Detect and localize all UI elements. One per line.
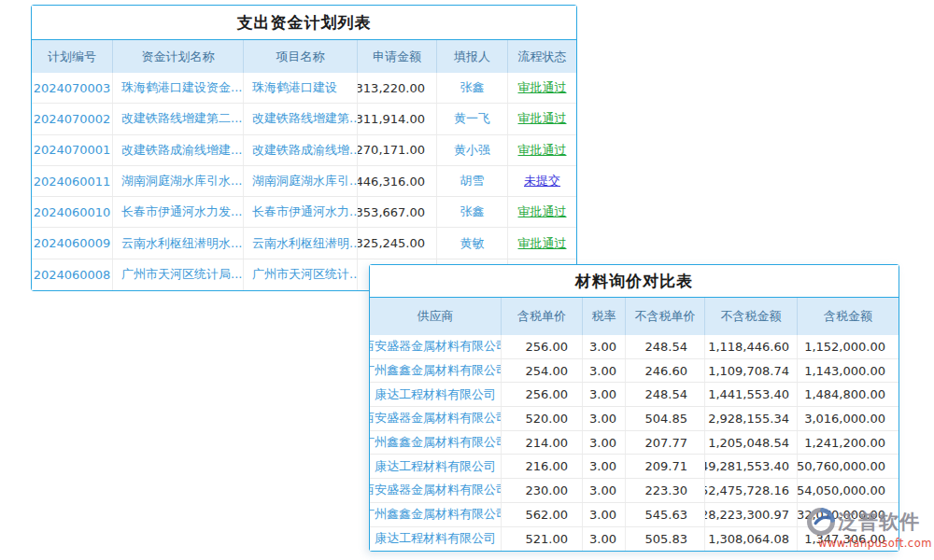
unit-price-with-tax-cell: 520.00 [502, 407, 583, 430]
tax-rate-cell: 3.00 [583, 335, 626, 358]
amount-cell: 311,914.00 [358, 104, 437, 133]
table-row: 2024060009云南水利枢纽潜明水...云南水利枢纽潜明...325,245… [32, 228, 576, 259]
unit-price-with-tax-cell: 562.00 [502, 503, 583, 526]
plan-id-link[interactable]: 2024060008 [32, 259, 113, 290]
tax-rate-cell: 3.00 [583, 383, 626, 406]
reporter-link[interactable]: 黄小强 [437, 135, 508, 165]
tax-rate-cell: 3.00 [583, 407, 626, 430]
expenditure-plan-table: 支出资金计划列表 计划编号资金计划名称项目名称申请金额填报人流程状态 20240… [31, 5, 577, 291]
reporter-link[interactable]: 黄敏 [437, 228, 508, 258]
quote-column-header-2: 税率 [583, 298, 626, 335]
supplier-link[interactable]: 广州鑫鑫金属材料有限公司 [370, 359, 502, 383]
amount-without-tax-cell: 49,281,553.40 [705, 455, 798, 478]
unit-price-without-tax-cell: 248.54 [626, 335, 705, 358]
plan-name-link[interactable]: 湖南洞庭湖水库引水... [113, 166, 244, 196]
table-row: 广州鑫鑫金属材料有限公司214.003.00207.771,205,048.54… [370, 431, 899, 455]
reporter-link[interactable]: 张鑫 [437, 197, 508, 227]
amount-without-tax-cell: 1,205,048.54 [705, 431, 798, 455]
amount-with-tax-cell: 54,050,000.00 [798, 479, 899, 502]
amount-cell: 270,171.00 [358, 135, 437, 165]
supplier-link[interactable]: 康达工程材料有限公司 [370, 455, 502, 478]
plan-column-header-4: 填报人 [437, 40, 508, 73]
amount-without-tax-cell: 1,308,064.08 [705, 527, 798, 552]
status-link[interactable]: 审批通过 [508, 73, 576, 103]
reporter-link[interactable]: 黄一飞 [437, 104, 508, 133]
amount-without-tax-cell: 128,223,300.97 [705, 503, 798, 526]
project-name-link[interactable]: 云南水利枢纽潜明... [244, 228, 358, 258]
table-row: 2024070003珠海鹤港口建设资金...珠海鹤港口建设313,220.00张… [32, 73, 576, 104]
status-link[interactable]: 审批通过 [508, 135, 576, 165]
plan-column-header-3: 申请金额 [358, 40, 437, 73]
plan-name-link[interactable]: 改建铁路成渝线增建... [113, 135, 244, 165]
reporter-link[interactable]: 胡雪 [437, 166, 508, 196]
project-name-link[interactable]: 广州市天河区统计... [244, 259, 358, 290]
supplier-link[interactable]: 西安盛器金属材料有限公司 [370, 335, 502, 358]
table-row: 西安盛器金属材料有限公司230.003.00223.3052,475,728.1… [370, 479, 899, 503]
unit-price-without-tax-cell: 246.60 [626, 359, 705, 383]
plan-name-link[interactable]: 广州市天河区统计局... [113, 259, 244, 290]
supplier-link[interactable]: 广州鑫鑫金属材料有限公司 [370, 431, 502, 455]
unit-price-with-tax-cell: 214.00 [502, 431, 583, 455]
plan-id-link[interactable]: 2024060009 [32, 228, 113, 258]
table-row: 康达工程材料有限公司256.003.00248.541,441,553.401,… [370, 383, 899, 407]
project-name-link[interactable]: 湖南洞庭湖水库引... [244, 166, 358, 196]
reporter-link[interactable]: 张鑫 [437, 73, 508, 103]
plan-name-link[interactable]: 珠海鹤港口建设资金... [113, 73, 244, 103]
plan-id-link[interactable]: 2024060011 [32, 166, 113, 196]
supplier-link[interactable]: 广州鑫鑫金属材料有限公司 [370, 503, 502, 526]
status-link[interactable]: 未提交 [508, 166, 576, 196]
table-row: 广州鑫鑫金属材料有限公司562.003.00545.63128,223,300.… [370, 503, 899, 527]
amount-with-tax-cell: 1,143,000.00 [798, 359, 899, 383]
material-quote-table-title: 材料询价对比表 [370, 265, 899, 298]
plan-column-header-1: 资金计划名称 [113, 40, 244, 73]
plan-column-header-2: 项目名称 [244, 40, 358, 73]
status-link[interactable]: 审批通过 [508, 197, 576, 227]
quote-column-header-4: 不含税金额 [705, 298, 798, 335]
unit-price-without-tax-cell: 504.85 [626, 407, 705, 430]
table-row: 康达工程材料有限公司521.003.00505.831,308,064.081,… [370, 527, 899, 552]
amount-without-tax-cell: 52,475,728.16 [705, 479, 798, 502]
amount-with-tax-cell: 1,484,800.00 [798, 383, 899, 406]
expenditure-plan-table-header: 计划编号资金计划名称项目名称申请金额填报人流程状态 [32, 40, 576, 73]
expenditure-plan-table-body: 2024070003珠海鹤港口建设资金...珠海鹤港口建设313,220.00张… [32, 73, 576, 290]
material-quote-comparison-table: 材料询价对比表 供应商含税单价税率不含税单价不含税金额含税金额 西安盛器金属材料… [369, 264, 899, 552]
amount-cell: 325,245.00 [358, 228, 437, 258]
status-link[interactable]: 审批通过 [508, 104, 576, 133]
table-row: 西安盛器金属材料有限公司256.003.00248.541,118,446.60… [370, 335, 899, 359]
amount-cell: 446,316.00 [358, 166, 437, 196]
expenditure-plan-table-title: 支出资金计划列表 [32, 6, 576, 40]
amount-without-tax-cell: 1,109,708.74 [705, 359, 798, 383]
plan-name-link[interactable]: 云南水利枢纽潜明水... [113, 228, 244, 258]
plan-name-link[interactable]: 长春市伊通河水力发... [113, 197, 244, 227]
plan-id-link[interactable]: 2024070001 [32, 135, 113, 165]
amount-with-tax-cell: 1,241,200.00 [798, 431, 899, 455]
table-row: 2024060011湖南洞庭湖水库引水...湖南洞庭湖水库引...446,316… [32, 166, 576, 197]
project-name-link[interactable]: 改建铁路成渝线增... [244, 135, 358, 165]
project-name-link[interactable]: 珠海鹤港口建设 [244, 73, 358, 103]
tax-rate-cell: 3.00 [583, 455, 626, 478]
supplier-link[interactable]: 康达工程材料有限公司 [370, 383, 502, 406]
amount-with-tax-cell: 1,347,306.00 [798, 527, 899, 552]
amount-cell: 313,220.00 [358, 73, 437, 103]
amount-cell: 353,667.00 [358, 197, 437, 227]
status-link[interactable]: 审批通过 [508, 228, 576, 258]
plan-id-link[interactable]: 2024070003 [32, 73, 113, 103]
plan-name-link[interactable]: 改建铁路线增建第二... [113, 104, 244, 133]
tax-rate-cell: 3.00 [583, 359, 626, 383]
project-name-link[interactable]: 长春市伊通河水力... [244, 197, 358, 227]
supplier-link[interactable]: 西安盛器金属材料有限公司 [370, 407, 502, 430]
unit-price-without-tax-cell: 505.83 [626, 527, 705, 552]
table-row: 2024070002改建铁路线增建第二...改建铁路线增建第...311,914… [32, 104, 576, 134]
unit-price-without-tax-cell: 223.30 [626, 479, 705, 502]
quote-column-header-1: 含税单价 [502, 298, 583, 335]
table-row: 广州鑫鑫金属材料有限公司254.003.00246.601,109,708.74… [370, 359, 899, 384]
amount-with-tax-cell: 1,152,000.00 [798, 335, 899, 358]
plan-id-link[interactable]: 2024060010 [32, 197, 113, 227]
supplier-link[interactable]: 西安盛器金属材料有限公司 [370, 479, 502, 502]
amount-with-tax-cell: 50,760,000.00 [798, 455, 899, 478]
project-name-link[interactable]: 改建铁路线增建第... [244, 104, 358, 133]
supplier-link[interactable]: 康达工程材料有限公司 [370, 527, 502, 552]
quote-column-header-3: 不含税单价 [626, 298, 705, 335]
table-row: 西安盛器金属材料有限公司520.003.00504.852,928,155.34… [370, 407, 899, 431]
plan-id-link[interactable]: 2024070002 [32, 104, 113, 133]
